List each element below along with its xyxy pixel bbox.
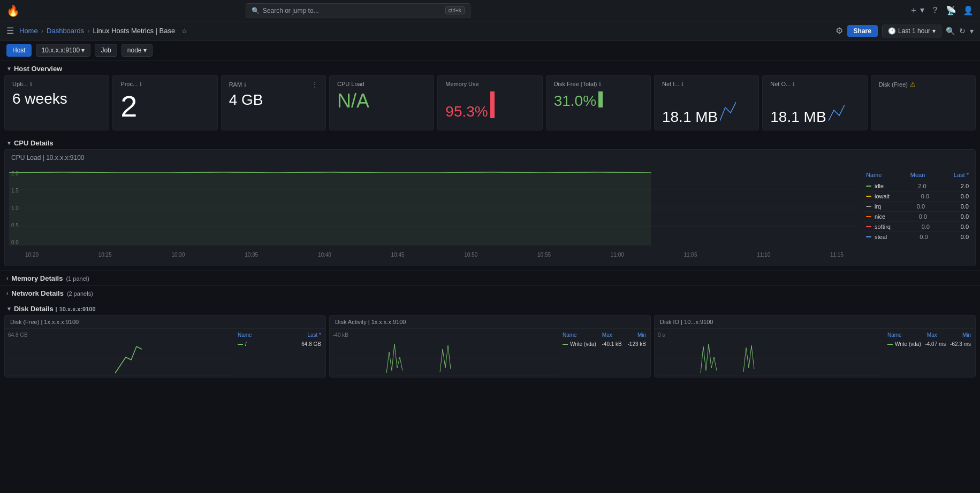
- disk-free-panel-body: 64.8 GB Name Last * /: [5, 329, 325, 377]
- search-icon: 🔍: [252, 7, 260, 14]
- add-icon[interactable]: ＋ ▾: [909, 5, 924, 16]
- cpu-panel-title: CPU Load | 10.x.x.x:9100: [11, 154, 85, 161]
- warning-icon: ⚠: [910, 81, 916, 88]
- memory-use-title: Memory Use: [445, 81, 534, 87]
- write-vda-color: [563, 344, 568, 345]
- network-title: Network Details: [11, 289, 64, 297]
- breadcrumb-bar: ☰ Home › Dashboards › Linux Hosts Metric…: [0, 21, 980, 41]
- job-filter-btn[interactable]: Job: [95, 44, 117, 57]
- top-nav: 🔥 🔍 Search or jump to... ctrl+k ＋ ▾ ？ 📡 …: [0, 0, 980, 21]
- legend-row-steal: steal 0.0 0.0: [864, 232, 971, 242]
- info-icon2: ℹ: [140, 81, 142, 87]
- ram-value: 4 GB: [229, 93, 318, 107]
- steal-color: [866, 236, 871, 237]
- top-nav-actions: ＋ ▾ ？ 📡 👤: [909, 5, 974, 16]
- search-shortcut: ctrl+k: [445, 6, 465, 14]
- cpu-details-header[interactable]: ▼ CPU Details: [0, 135, 980, 149]
- ram-card: RAM ℹ ⋮ 4 GB: [221, 75, 326, 130]
- collapse-chevron: ▼: [6, 66, 12, 72]
- uptime-title: Upti... ℹ: [12, 81, 101, 87]
- stat-cards-row: Upti... ℹ 6 weeks Proc... ℹ 2 RAM ℹ ⋮ 4 …: [0, 75, 980, 135]
- sep1: ›: [41, 27, 43, 35]
- settings-icon[interactable]: ⚙: [835, 26, 843, 36]
- host-value-selector[interactable]: 10.x.x.x:9100 ▾: [36, 44, 91, 57]
- disk-details-header[interactable]: ▼ Disk Details | 10.x.x.x:9100: [0, 301, 980, 315]
- info-icon: ℹ: [30, 81, 32, 87]
- time-range-picker[interactable]: 🕐 Last 1 hour ▾: [882, 25, 941, 37]
- search-bar[interactable]: 🔍 Search or jump to... ctrl+k: [246, 3, 470, 18]
- disk-activity-legend: Name Max Min Write (vda) -40.1 kB -123 k…: [561, 331, 647, 375]
- share-button[interactable]: Share: [847, 25, 878, 37]
- breadcrumb-dashboards[interactable]: Dashboards: [47, 27, 84, 35]
- legend-header: Name Mean Last *: [864, 171, 971, 181]
- memory-details-header[interactable]: › Memory Details (1 panel): [0, 271, 980, 286]
- grafana-logo: 🔥: [6, 4, 20, 17]
- disk-activity-panel-body: -40 kB -60 kB Name Max Min: [330, 329, 650, 377]
- filter-bar: Host 10.x.x.x:9100 ▾ Job node ▾: [0, 41, 980, 60]
- disk-collapse-chevron: ▼: [6, 306, 12, 312]
- cpu-collapse-chevron: ▼: [6, 140, 12, 146]
- breadcrumb-home[interactable]: Home: [19, 27, 38, 35]
- memory-title: Memory Details: [11, 274, 63, 282]
- search-placeholder: Search or jump to...: [263, 7, 319, 14]
- disk-free-2-card: Disk (Free) ⚠: [871, 75, 976, 130]
- zoom-out-icon[interactable]: 🔍: [946, 27, 955, 35]
- news-icon[interactable]: 📡: [946, 5, 956, 16]
- host-filter-btn[interactable]: Host: [6, 44, 32, 57]
- node-selector[interactable]: node ▾: [121, 44, 153, 57]
- memory-chevron: ›: [6, 275, 8, 281]
- uptime-card: Upti... ℹ 6 weeks: [4, 75, 109, 130]
- disk-free-card: Disk Free (Total) ℹ 31.0%: [546, 75, 651, 130]
- cpu-chart: 2.0 1.5 1.0 0.5 0.0: [9, 171, 860, 261]
- slash-color: [238, 344, 243, 345]
- svg-marker-5: [9, 172, 651, 245]
- breadcrumb-current: Linux Hosts Metrics | Base: [93, 27, 175, 35]
- refresh-icon[interactable]: ↻: [959, 27, 966, 35]
- net-in-title: Net I... ℹ: [662, 81, 751, 87]
- more-icon[interactable]: ▾: [970, 27, 974, 35]
- legend-row-softirq: softirq 0.0 0.0: [864, 222, 971, 232]
- cpu-load-card: CPU Load N/A: [329, 75, 434, 130]
- disk-io-chart: 0 s -20 ms: [658, 331, 883, 375]
- softirq-color: [866, 226, 871, 227]
- hamburger-menu[interactable]: ☰: [6, 26, 14, 36]
- sep2: ›: [87, 27, 89, 35]
- favorite-star[interactable]: ☆: [181, 27, 187, 35]
- host-overview-title: Host Overview: [14, 65, 62, 73]
- disk-io-panel: Disk IO | 10...x:9100 0 s -20 ms Name Ma…: [654, 315, 976, 378]
- write-vda-io-color: [887, 344, 893, 345]
- net-in-value: 18.1 MB: [662, 110, 718, 125]
- host-overview-header[interactable]: ▼ Host Overview: [0, 60, 980, 75]
- memory-sub-label: (1 panel): [66, 275, 89, 282]
- info-icon4: ℹ: [599, 81, 601, 87]
- processes-value: 2: [120, 91, 209, 121]
- cpu-panel-body: 2.0 1.5 1.0 0.5 0.0: [5, 166, 975, 266]
- disk-panels-row: Disk (Free) | 1x.x.x.x:9100 64.8 GB Name…: [0, 315, 980, 382]
- idle-color: [866, 186, 871, 187]
- network-sub-label: (2 panels): [67, 290, 93, 297]
- time-range-label: Last 1 hour: [898, 27, 930, 35]
- breadcrumb-right-actions: ⚙ Share 🕐 Last 1 hour ▾ 🔍 ↻ ▾: [835, 25, 974, 37]
- disk-free-chart: 64.8 GB: [8, 331, 233, 375]
- disk-activity-panel: Disk Activity | 1x.x.x.x:9100 -40 kB -60…: [329, 315, 651, 378]
- disk-io-legend: Name Max Min Write (vda) -4.07 ms -62.3 …: [886, 331, 972, 375]
- cpu-details-title: CPU Details: [14, 139, 54, 147]
- account-icon[interactable]: 👤: [963, 5, 974, 16]
- legend-row-irq: irq 0.0 0.0: [864, 202, 971, 212]
- disk-activity-chart: -40 kB -60 kB: [333, 331, 558, 375]
- chevron-down-icon: ▾: [932, 27, 936, 35]
- cpu-panel-header: CPU Load | 10.x.x.x:9100: [5, 150, 975, 166]
- disk-free-panel: Disk (Free) | 1x.x.x.x:9100 64.8 GB Name…: [4, 315, 326, 378]
- processes-title: Proc... ℹ: [120, 81, 209, 87]
- help-icon[interactable]: ？: [931, 5, 939, 16]
- cpu-chart-legend: Name Mean Last * idle 2.0 2.0 iowait 0.0…: [864, 171, 971, 261]
- disk-free-value: 31.0%: [554, 94, 596, 109]
- uptime-value: 6 weeks: [12, 91, 101, 106]
- disk-details-title: Disk Details: [14, 305, 54, 313]
- cpu-load-value: N/A: [337, 91, 426, 111]
- iowait-color: [866, 196, 871, 197]
- network-chevron: ›: [6, 290, 8, 296]
- network-details-header[interactable]: › Network Details (2 panels): [0, 286, 980, 301]
- memory-use-value: 95.3%: [445, 104, 488, 119]
- legend-row-nice: nice 0.0 0.0: [864, 212, 971, 222]
